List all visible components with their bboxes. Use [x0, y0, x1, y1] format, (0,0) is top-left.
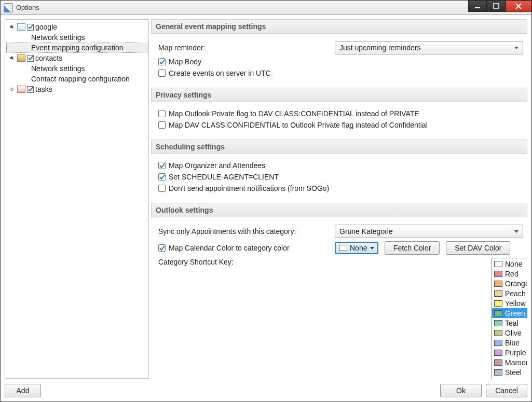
- node-checkbox[interactable]: [27, 86, 34, 93]
- shortcut-key-label: Category Shortcut Key:: [158, 258, 234, 266]
- map-reminder-label: Map reminder:: [158, 44, 335, 52]
- sched-opt3-checkbox[interactable]: Don't send appointment notifications (fr…: [158, 184, 523, 192]
- section-privacy: Privacy settings: [151, 88, 527, 102]
- chevron-down-icon: [370, 247, 374, 249]
- options-window: Options google: [0, 0, 532, 402]
- collapse-icon[interactable]: [9, 56, 15, 61]
- map-body-checkbox[interactable]: Map Body: [158, 58, 523, 66]
- section-general: General event mapping settings: [151, 19, 527, 34]
- sched-opt2-checkbox[interactable]: Set SCHEDULE-AGENT=CLIENT: [158, 173, 523, 181]
- contacts-icon: [17, 54, 25, 62]
- color-option-label: Steel: [505, 368, 522, 377]
- calendar-icon: [17, 23, 25, 31]
- color-swatch-icon: [494, 330, 502, 336]
- color-swatch-icon: [494, 369, 502, 376]
- add-button[interactable]: Add: [5, 384, 41, 397]
- tree-label: contacts: [35, 54, 62, 62]
- sync-category-label: Sync only Appointments with this categor…: [158, 227, 335, 235]
- color-option-purple[interactable]: Purple: [492, 348, 527, 357]
- map-color-checkbox[interactable]: Map Calendar Color to category color: [158, 244, 335, 252]
- node-checkbox[interactable]: [27, 24, 34, 31]
- color-option-label: None: [505, 260, 522, 268]
- color-option-olive[interactable]: Olive: [492, 328, 527, 338]
- profile-tree[interactable]: google Network settings Event mapping co…: [5, 19, 149, 379]
- color-swatch-icon: [494, 310, 502, 316]
- color-option-maroon[interactable]: Maroon: [492, 357, 527, 367]
- color-option-yellow[interactable]: Yellow: [492, 298, 527, 308]
- tree-label: google: [35, 23, 57, 31]
- color-swatch-icon: [339, 245, 347, 251]
- svg-rect-1: [494, 4, 499, 8]
- color-swatch-icon: [494, 300, 502, 307]
- color-option-steel[interactable]: Steel: [492, 367, 527, 377]
- color-option-label: Olive: [505, 329, 522, 337]
- tree-label: tasks: [35, 85, 52, 93]
- color-option-label: Green: [505, 309, 525, 317]
- bottom-bar: Add Ok Cancel: [5, 383, 527, 398]
- chevron-down-icon: [514, 230, 519, 233]
- minimize-button[interactable]: [468, 1, 487, 12]
- tasks-icon: [17, 86, 25, 93]
- tree-item-contacts-network[interactable]: Network settings: [6, 63, 147, 74]
- color-swatch-icon: [494, 271, 502, 277]
- maximize-button[interactable]: [487, 1, 506, 12]
- color-option-label: Peach: [505, 289, 526, 298]
- color-option-darksteel[interactable]: DarkSteel: [492, 377, 527, 379]
- tree-node-tasks[interactable]: tasks: [6, 84, 147, 94]
- tree-item-event-mapping[interactable]: Event mapping configuration: [6, 43, 147, 53]
- color-dropdown-trigger[interactable]: None: [335, 242, 378, 254]
- map-reminder-select[interactable]: Just upcoming reminders: [335, 41, 523, 54]
- collapse-icon[interactable]: [9, 24, 15, 30]
- close-button[interactable]: [506, 1, 531, 12]
- tree-node-contacts[interactable]: contacts: [6, 53, 147, 63]
- client-area: google Network settings Event mapping co…: [1, 15, 531, 401]
- color-option-green[interactable]: Green: [492, 308, 527, 318]
- color-option-peach[interactable]: Peach: [492, 288, 527, 298]
- settings-content: General event mapping settings Map remin…: [151, 19, 527, 379]
- sched-opt1-checkbox[interactable]: Map Organizer and Attendees: [158, 161, 523, 170]
- section-scheduling: Scheduling settings: [151, 140, 527, 154]
- node-checkbox[interactable]: [27, 55, 34, 62]
- color-option-label: Teal: [505, 319, 519, 327]
- color-option-label: Blue: [505, 339, 520, 347]
- color-option-label: DarkSteel: [505, 378, 527, 379]
- sync-category-select[interactable]: Grüne Kategorie: [335, 225, 523, 238]
- color-swatch-icon: [494, 359, 502, 366]
- tree-item-contacts-mapping[interactable]: Contact mapping configuration: [6, 74, 147, 84]
- color-option-red[interactable]: Red: [492, 269, 527, 279]
- set-dav-color-button[interactable]: Set DAV Color: [446, 241, 510, 255]
- color-swatch-icon: [494, 320, 502, 326]
- color-swatch-icon: [494, 290, 502, 297]
- color-option-label: Red: [505, 270, 519, 278]
- color-option-blue[interactable]: Blue: [492, 338, 527, 348]
- color-option-teal[interactable]: Teal: [492, 318, 527, 328]
- color-swatch-icon: [494, 350, 502, 356]
- color-option-label: Maroon: [505, 358, 527, 367]
- create-utc-checkbox[interactable]: Create events on server in UTC: [158, 69, 523, 77]
- color-dropdown-list[interactable]: NoneRedOrangePeachYellowGreenTealOliveBl…: [492, 258, 527, 379]
- titlebar[interactable]: Options: [1, 1, 531, 15]
- color-swatch-icon: [494, 340, 502, 346]
- chevron-down-icon: [514, 47, 519, 49]
- color-option-label: Orange: [505, 280, 527, 288]
- svg-rect-0: [475, 7, 480, 8]
- privacy-opt1-checkbox[interactable]: Map Outlook Private flag to DAV CLASS:CO…: [158, 109, 523, 118]
- color-swatch-icon: [494, 281, 502, 287]
- color-option-label: Yellow: [505, 299, 526, 308]
- color-option-orange[interactable]: Orange: [492, 279, 527, 288]
- privacy-opt2-checkbox[interactable]: Map DAV CLASS:CONFIDENTIAL to Outlook Pr…: [158, 121, 523, 129]
- section-outlook: Outlook settings: [151, 203, 527, 217]
- color-option-none[interactable]: None: [492, 259, 527, 269]
- tree-item-network-settings[interactable]: Network settings: [6, 32, 147, 43]
- expand-icon[interactable]: [9, 87, 15, 92]
- tree-node-google[interactable]: google: [6, 22, 147, 32]
- cancel-button[interactable]: Cancel: [486, 384, 527, 397]
- color-swatch-icon: [494, 261, 502, 267]
- ok-button[interactable]: Ok: [440, 384, 482, 397]
- color-option-label: Purple: [505, 349, 526, 357]
- window-title: Options: [16, 4, 39, 11]
- app-icon: [4, 3, 13, 12]
- fetch-color-button[interactable]: Fetch Color: [385, 241, 440, 255]
